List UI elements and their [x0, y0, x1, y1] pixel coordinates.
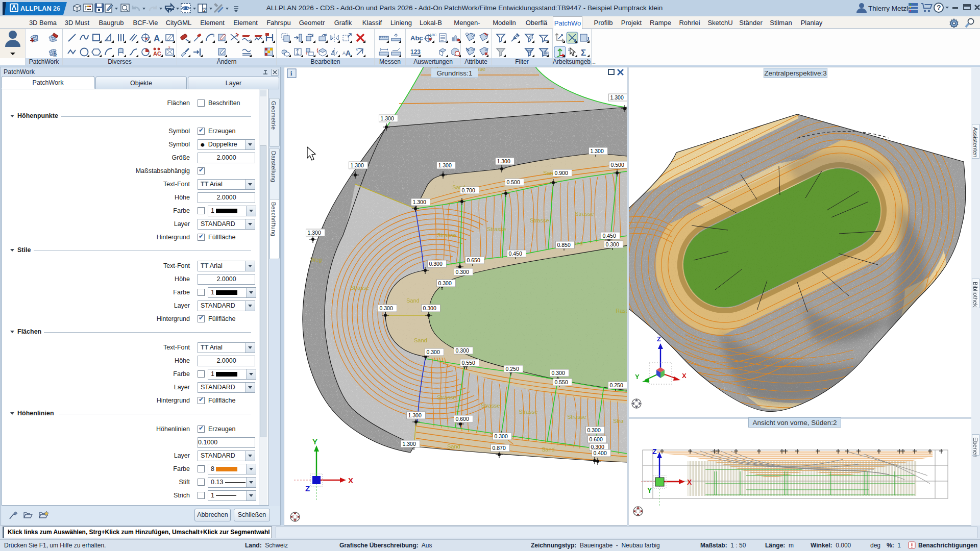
svg-text:X: X	[682, 372, 687, 380]
svg-text:Strasse: Strasse	[575, 211, 594, 217]
svg-text:1.300: 1.300	[308, 230, 321, 236]
svg-text:0.300: 0.300	[380, 305, 393, 311]
svg-text:AC: AC	[153, 51, 161, 57]
svg-text:1.300: 1.300	[381, 115, 394, 121]
svg-text:Strasse: Strasse	[519, 409, 537, 415]
svg-text:0.300: 0.300	[427, 349, 440, 355]
svg-text:0.850: 0.850	[557, 242, 571, 248]
svg-text:x: x	[168, 45, 170, 49]
svg-text:1.300: 1.300	[497, 158, 510, 164]
svg-text:Strasse: Strasse	[567, 414, 586, 420]
svg-text:Sand: Sand	[447, 443, 460, 449]
svg-text:0.550: 0.550	[555, 379, 568, 385]
svg-text:0.450: 0.450	[603, 233, 616, 239]
svg-text:0.300: 0.300	[591, 444, 604, 450]
svg-text:Y: Y	[647, 486, 652, 494]
svg-text:0.550: 0.550	[462, 360, 475, 366]
svg-text:x: x	[356, 47, 358, 52]
svg-text:Sand: Sand	[542, 446, 555, 453]
svg-text:X: X	[687, 478, 692, 486]
svg-text:0.500: 0.500	[611, 162, 624, 168]
svg-text:Weg: Weg	[310, 257, 322, 263]
svg-text:1.300: 1.300	[591, 148, 604, 154]
svg-text:2: 2	[203, 8, 206, 13]
svg-text:ABC: ABC	[429, 33, 436, 37]
svg-text:123: 123	[410, 48, 421, 56]
svg-text:0.300: 0.300	[606, 241, 619, 247]
svg-text:Strasse: Strasse	[481, 403, 500, 409]
svg-text:0.650: 0.650	[467, 257, 480, 263]
svg-text:0.700: 0.700	[462, 187, 475, 193]
svg-text:Z: Z	[657, 335, 661, 343]
svg-text:0.600: 0.600	[456, 416, 469, 422]
svg-text:0.250: 0.250	[610, 382, 623, 388]
svg-text:0.300: 0.300	[429, 261, 443, 267]
svg-text:0.870: 0.870	[493, 445, 506, 451]
svg-text:1.300: 1.300	[610, 94, 624, 101]
svg-text:A: A	[346, 49, 351, 57]
svg-text:0.300: 0.300	[456, 269, 469, 275]
svg-text:ALLPLAN: ALLPLAN	[20, 5, 52, 12]
svg-text:Thierry Metzler: Thierry Metzler	[868, 5, 915, 12]
svg-text:0.300: 0.300	[587, 427, 601, 433]
svg-text:Strasse: Strasse	[487, 226, 506, 232]
svg-text:Rasen: Rasen	[616, 308, 627, 314]
svg-text:0.300: 0.300	[495, 433, 508, 439]
svg-text:0.300: 0.300	[438, 280, 452, 286]
svg-text:0.300: 0.300	[552, 370, 565, 376]
svg-text:§: §	[53, 50, 57, 58]
svg-text:Stra: Stra	[613, 418, 624, 424]
svg-text:0.300: 0.300	[423, 305, 436, 311]
svg-text:Strasse: Strasse	[530, 217, 549, 223]
svg-text:0.250: 0.250	[506, 366, 519, 372]
svg-text:1.300: 1.300	[408, 412, 422, 418]
svg-text:A: A	[154, 34, 160, 43]
svg-text:Strasse: Strasse	[437, 232, 456, 238]
svg-text:1.300: 1.300	[413, 199, 426, 205]
svg-text:26: 26	[53, 5, 60, 12]
svg-text:Abc: Abc	[410, 34, 423, 42]
svg-text:1.300: 1.300	[438, 162, 452, 168]
svg-text:Y: Y	[635, 373, 640, 381]
svg-text:0.400: 0.400	[594, 450, 607, 456]
svg-text:0.450: 0.450	[509, 251, 522, 257]
svg-text:Σ: Σ	[581, 48, 586, 58]
svg-text:?: ?	[937, 4, 941, 12]
svg-text:Strasse: Strasse	[350, 285, 369, 291]
svg-text:0.500: 0.500	[507, 179, 520, 185]
svg-text:0.900: 0.900	[555, 170, 568, 176]
svg-text:Sand: Sand	[406, 297, 420, 304]
svg-text:0.300: 0.300	[456, 347, 469, 354]
svg-text:Z: Z	[652, 447, 657, 456]
svg-text:1.300: 1.300	[351, 162, 364, 168]
svg-text:0.600: 0.600	[590, 436, 603, 442]
svg-text:X: X	[348, 476, 353, 485]
svg-text:Y: Y	[312, 437, 317, 446]
svg-text:Strasse: Strasse	[437, 394, 456, 400]
svg-text:Z: Z	[305, 484, 310, 493]
svg-text:Sand: Sand	[414, 337, 427, 343]
svg-text:1.300: 1.300	[403, 441, 416, 447]
